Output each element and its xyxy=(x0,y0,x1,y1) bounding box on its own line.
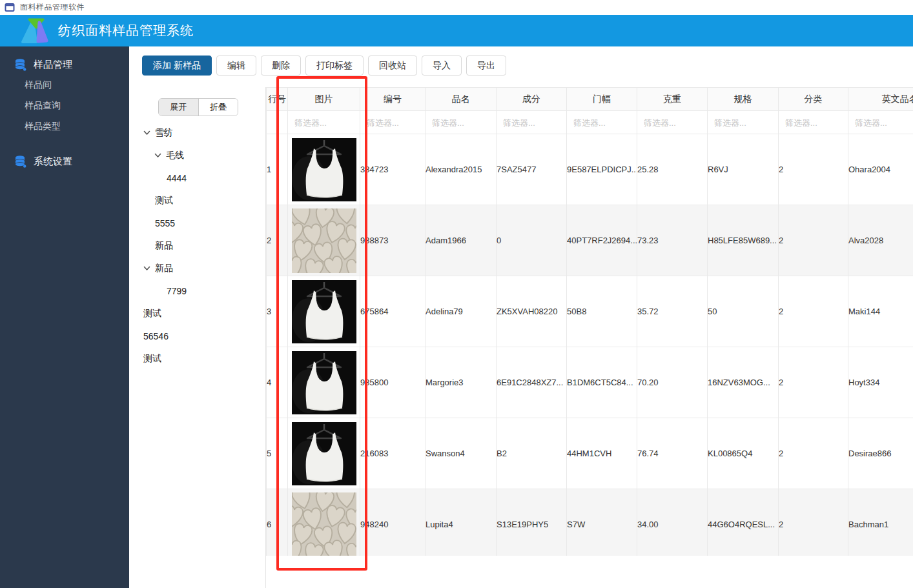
sidebar-item-sample-room[interactable]: 样品间 xyxy=(0,75,129,96)
add-new-sample-button[interactable]: 添加 新样品 xyxy=(142,56,212,76)
table-row[interactable]: 3 675864Adelina79ZK5XVAH0822050B835.7250… xyxy=(267,276,913,347)
filter-input-composition[interactable] xyxy=(497,118,566,128)
cell-code: 948240 xyxy=(360,489,426,556)
cell-spec: R6VJ xyxy=(708,134,779,205)
filter-input-weight[interactable] xyxy=(637,118,706,128)
cell-english-name: Maki144 xyxy=(848,276,913,347)
column-header-code[interactable]: 编号 xyxy=(360,88,426,111)
sample-table: 行号图片编号品名成分门幅克重规格分类英文品名 1 384723Alexandra… xyxy=(266,87,913,556)
cell-image-heart-quilt xyxy=(288,489,360,556)
chevron-down-icon[interactable] xyxy=(154,153,161,158)
category-tree: 雪纺 毛线4444测试5555新品 新品7799测试56546测试 xyxy=(129,121,265,370)
export-button[interactable]: 导出 xyxy=(466,56,506,76)
chevron-down-icon xyxy=(143,130,150,136)
cell-category: 2 xyxy=(779,347,848,418)
filter-cell-width xyxy=(567,111,637,134)
window-icon[interactable] xyxy=(5,3,15,12)
app-header: 纺织面料样品管理系统 xyxy=(0,15,913,46)
tree-node-label: 56546 xyxy=(143,331,169,341)
column-header-width[interactable]: 门幅 xyxy=(567,88,637,111)
filter-cell-name xyxy=(426,111,497,134)
filter-input-image[interactable] xyxy=(288,118,359,128)
cell-spec: 16NZV63MOG... xyxy=(708,347,779,418)
column-header-image[interactable]: 图片 xyxy=(288,88,360,111)
cell-image-tank-top xyxy=(288,418,360,489)
sidebar-item-label: 样品管理 xyxy=(34,59,72,71)
cell-code: 216083 xyxy=(360,418,426,489)
cell-weight: 73.23 xyxy=(637,205,708,276)
sidebar-item-sample-type[interactable]: 样品类型 xyxy=(0,116,129,137)
tree-node-label: 新品 xyxy=(155,263,173,274)
cell-category: 2 xyxy=(779,418,848,489)
tree-node-测试[interactable]: 测试 xyxy=(129,302,265,325)
expand-button[interactable]: 展开 xyxy=(159,99,198,116)
table-row[interactable]: 2 988873Adam1966040PT7RF2J2694...73.23H8… xyxy=(267,205,913,276)
tree-node-label: 5555 xyxy=(155,218,175,228)
sidebar-item-label: 样品查询 xyxy=(25,100,61,112)
filter-input-english-name[interactable] xyxy=(848,118,913,128)
tree-node-label: 雪纺 xyxy=(155,127,173,139)
filter-input-code[interactable] xyxy=(360,118,425,128)
edit-button[interactable]: 编辑 xyxy=(216,56,256,76)
main-area: 添加 新样品编辑删除打印标签回收站导入导出 展开 折叠 雪纺 毛线4444测试5… xyxy=(129,46,913,588)
filter-input-name[interactable] xyxy=(426,118,495,128)
column-header-composition[interactable]: 成分 xyxy=(497,88,567,111)
chevron-down-icon[interactable] xyxy=(143,266,150,271)
tree-node-新品[interactable]: 新品 xyxy=(129,257,265,279)
toolbar: 添加 新样品编辑删除打印标签回收站导入导出 xyxy=(129,46,913,87)
tree-node-毛线[interactable]: 毛线 xyxy=(129,144,265,167)
cell-code: 384723 xyxy=(360,134,426,205)
tree-node-测试[interactable]: 测试 xyxy=(129,189,265,212)
cell-category: 2 xyxy=(779,205,848,276)
column-header-spec[interactable]: 规格 xyxy=(708,88,779,111)
cell-weight: 34.00 xyxy=(637,489,708,556)
tree-node-56546[interactable]: 56546 xyxy=(129,325,265,347)
column-header-weight[interactable]: 克重 xyxy=(637,88,708,111)
cell-image-tank-top xyxy=(288,276,360,347)
column-header-english-name[interactable]: 英文品名 xyxy=(848,88,913,111)
filter-cell-spec xyxy=(708,111,779,134)
tree-node-5555[interactable]: 5555 xyxy=(129,212,265,234)
sidebar-item-label: 样品间 xyxy=(25,79,52,91)
cell-english-name: Alva2028 xyxy=(848,205,913,276)
column-header-name[interactable]: 品名 xyxy=(426,88,497,111)
collapse-button[interactable]: 折叠 xyxy=(198,99,238,116)
cell-spec: 44G6O4RQESL... xyxy=(708,489,779,556)
cell-weight: 35.72 xyxy=(637,276,708,347)
database-icon xyxy=(14,155,26,168)
column-header-category[interactable]: 分类 xyxy=(779,88,848,111)
expand-collapse-toggle: 展开 折叠 xyxy=(158,98,238,116)
chevron-down-icon[interactable] xyxy=(143,130,150,136)
tree-node-新品[interactable]: 新品 xyxy=(129,234,265,257)
cell-composition: S13E19PHY5 xyxy=(497,489,567,556)
tree-node-雪纺[interactable]: 雪纺 xyxy=(129,121,265,144)
cell-code: 985800 xyxy=(360,347,426,418)
tree-node-测试[interactable]: 测试 xyxy=(129,347,265,370)
filter-input-spec[interactable] xyxy=(708,118,777,128)
cell-composition: 6E91C2848XZ7... xyxy=(497,347,567,418)
sidebar-item-sample-query[interactable]: 样品查询 xyxy=(0,96,129,116)
recycle-bin-button[interactable]: 回收站 xyxy=(368,56,417,76)
sidebar-item-sample-management[interactable]: 样品管理 xyxy=(0,54,129,75)
sidebar-item-system-settings[interactable]: 系统设置 xyxy=(0,151,129,172)
column-header-row-no[interactable]: 行号 xyxy=(267,88,288,111)
filter-input-width[interactable] xyxy=(567,118,636,128)
import-button[interactable]: 导入 xyxy=(422,56,462,76)
print-label-button[interactable]: 打印标签 xyxy=(305,56,364,76)
cell-name: Adam1966 xyxy=(426,205,497,276)
delete-button[interactable]: 删除 xyxy=(261,56,301,76)
tree-node-label: 毛线 xyxy=(166,150,184,161)
filter-cell-composition xyxy=(497,111,567,134)
filter-cell-code xyxy=(360,111,426,134)
tree-node-7799[interactable]: 7799 xyxy=(129,279,265,302)
cell-row-no: 6 xyxy=(267,489,288,556)
app-window: 面料样品管理软件 纺织面料样品管理系统 样品管理样品间样品查询样品类型 系统设置 xyxy=(0,0,913,588)
table-row[interactable]: 4 985800Margorie36E91C2848XZ7...B1DM6CT5… xyxy=(267,347,913,418)
filter-input-category[interactable] xyxy=(779,118,847,128)
heart-quilt-image xyxy=(292,208,356,273)
tree-node-4444[interactable]: 4444 xyxy=(129,167,265,189)
table-row[interactable]: 1 384723Alexandra20157SAZ54779E587ELPDIC… xyxy=(267,134,913,205)
cell-composition: B2 xyxy=(497,418,567,489)
table-row[interactable]: 6 948240Lupita4S13E19PHY5S7W34.0044G6O4R… xyxy=(267,489,913,556)
table-row[interactable]: 5 216083Swanson4B244HM1CVH76.74KL00865Q4… xyxy=(267,418,913,489)
